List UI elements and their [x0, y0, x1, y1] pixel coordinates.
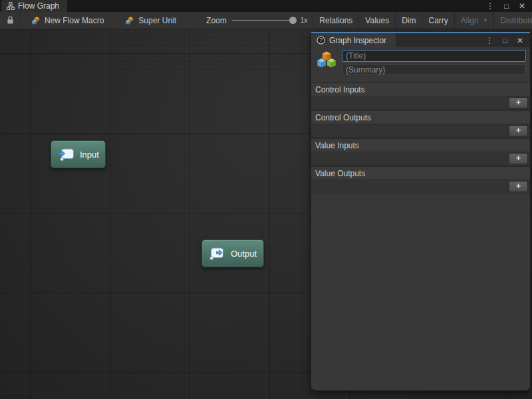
align-button: Align ▼ [455, 12, 494, 29]
section-label: Value Outputs [315, 169, 365, 178]
dim-label: Dim [402, 16, 416, 25]
new-flow-macro-button[interactable]: New Flow Macro [25, 12, 110, 29]
title-bar: Flow Graph ⋮ □ ✕ [0, 0, 532, 12]
inspector-tab-bar: ? Graph Inspector ⋮ □ ✕ [311, 33, 530, 47]
chevron-down-icon: ▼ [483, 18, 488, 23]
section-label: Control Outputs [315, 113, 371, 122]
control-outputs-list: + [311, 124, 530, 138]
zoom-value: 1x [301, 17, 308, 24]
inspector-header [311, 47, 530, 79]
inspector-menu-icon[interactable]: ⋮ [485, 36, 493, 45]
toolbar-separator [21, 12, 21, 29]
flow-graph-icon [7, 2, 15, 10]
zoom-control: Zoom 1x [201, 12, 313, 29]
section-label: Control Inputs [315, 85, 365, 94]
graph-toolbar: New Flow Macro Super Unit Zoom 1x [0, 12, 532, 29]
inspector-window-controls: ⋮ □ ✕ [485, 33, 530, 47]
relations-button[interactable]: Relations [313, 12, 358, 29]
section-header: Control Outputs [311, 110, 530, 124]
port-sections: Control Inputs + Control Outputs + Value [311, 82, 530, 194]
lock-button[interactable] [0, 12, 21, 29]
graph-asset-icon [315, 50, 338, 71]
window-controls: ⋮ □ ✕ [486, 0, 532, 12]
graph-title-input[interactable] [342, 50, 526, 62]
node-label: Input [80, 150, 99, 160]
lock-icon [7, 16, 14, 25]
inspector-maximize-icon[interactable]: □ [503, 37, 507, 45]
zoom-label: Zoom [206, 16, 227, 25]
section-value-outputs: Value Outputs + [311, 166, 530, 194]
align-label: Align [461, 16, 479, 25]
inspector-fields [342, 50, 526, 75]
inspector-close-icon[interactable]: ✕ [517, 36, 523, 45]
carry-button[interactable]: Carry [422, 12, 454, 29]
add-value-input-button[interactable]: + [509, 153, 528, 164]
section-label: Value Inputs [315, 141, 359, 150]
values-button[interactable]: Values [359, 12, 395, 29]
window-close-icon[interactable]: ✕ [519, 2, 525, 10]
flow-graph-window: Flow Graph ⋮ □ ✕ [0, 0, 532, 399]
add-control-input-button[interactable]: + [509, 97, 528, 108]
dim-button[interactable]: Dim [396, 12, 422, 29]
graph-inspector-panel: ? Graph Inspector ⋮ □ ✕ [311, 32, 531, 391]
distribute-button: Distribute ▼ [494, 12, 532, 29]
super-unit-icon [125, 16, 135, 25]
value-inputs-list: + [311, 152, 530, 166]
window-maximize-icon[interactable]: □ [504, 3, 509, 10]
new-flow-macro-label: New Flow Macro [45, 16, 104, 25]
output-unit-icon [209, 247, 225, 261]
section-control-inputs: Control Inputs + [311, 82, 530, 110]
carry-label: Carry [428, 16, 448, 25]
control-inputs-list: + [311, 96, 530, 110]
inspector-tab-title: Graph Inspector [329, 36, 386, 45]
super-unit-button[interactable]: Super Unit [119, 12, 182, 29]
section-header: Control Inputs [311, 82, 530, 96]
flow-macro-icon [31, 16, 41, 25]
svg-text:?: ? [319, 37, 323, 43]
section-header: Value Inputs [311, 138, 530, 152]
tab-title: Flow Graph [18, 1, 59, 11]
zoom-slider[interactable] [232, 20, 295, 21]
input-unit-icon [59, 148, 74, 162]
super-unit-label: Super Unit [138, 16, 176, 25]
node-output[interactable]: Output [201, 239, 264, 267]
graph-summary-input[interactable] [342, 64, 526, 75]
section-control-outputs: Control Outputs + [311, 110, 530, 138]
tab-graph-inspector[interactable]: ? Graph Inspector [311, 33, 396, 47]
node-label: Output [231, 249, 257, 259]
values-label: Values [365, 16, 389, 25]
relations-label: Relations [319, 16, 352, 25]
add-value-output-button[interactable]: + [509, 181, 528, 192]
value-outputs-list: + [311, 180, 530, 194]
tab-flow-graph[interactable]: Flow Graph [1, 0, 67, 12]
window-menu-icon[interactable]: ⋮ [486, 2, 494, 10]
add-control-output-button[interactable]: + [509, 125, 528, 136]
distribute-label: Distribute [500, 16, 532, 25]
node-input[interactable]: Input [51, 140, 106, 168]
section-value-inputs: Value Inputs + [311, 138, 530, 166]
zoom-slider-handle[interactable] [289, 17, 297, 24]
section-header: Value Outputs [311, 166, 530, 180]
graph-inspector-icon: ? [317, 36, 325, 45]
